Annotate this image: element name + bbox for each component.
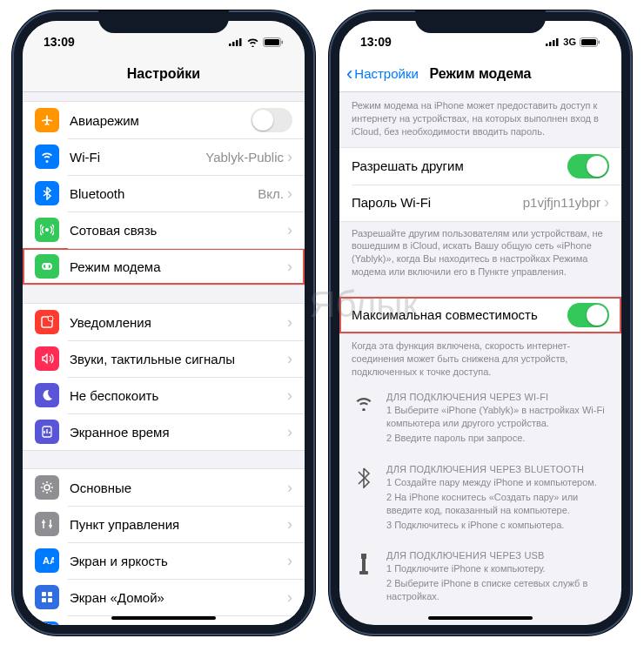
status-time: 13:09 (44, 35, 75, 49)
row-wifi[interactable]: Wi-Fi Yablyk-Public › (23, 138, 305, 175)
instr-step: 1 Выберите «iPhone (Yablyk)» в настройка… (386, 404, 609, 430)
svg-rect-3 (239, 38, 242, 46)
svg-point-9 (46, 264, 51, 269)
row-airplane[interactable]: Авиарежим (23, 102, 305, 138)
svg-point-7 (45, 228, 49, 232)
instr-title: ДЛЯ ПОДКЛЮЧЕНИЯ ЧЕРЕЗ WI-FI (386, 392, 609, 402)
instr-step: 3 Подключитесь к iPhone с компьютера. (386, 519, 609, 532)
back-button[interactable]: ‹ Настройки (346, 63, 419, 85)
allow-footer: Разрешайте другим пользователям или устр… (339, 222, 621, 284)
signal-icon (546, 37, 560, 46)
status-network: 3G (563, 37, 576, 47)
back-label: Настройки (354, 66, 419, 81)
svg-rect-27 (549, 42, 552, 46)
group-connectivity: Авиарежим Wi-Fi Yablyk-Public › Bluetoot… (23, 101, 305, 286)
row-general[interactable]: Основные › (23, 469, 305, 506)
svg-rect-6 (282, 40, 284, 44)
notch (415, 10, 546, 33)
wifi-detail: Yablyk-Public (205, 150, 284, 165)
svg-rect-32 (599, 40, 600, 44)
svg-rect-2 (236, 40, 238, 46)
svg-rect-15 (42, 592, 46, 596)
svg-point-11 (48, 316, 53, 321)
instr-title: ДЛЯ ПОДКЛЮЧЕНИЯ ЧЕРЕЗ BLUETOOTH (386, 464, 609, 474)
group-max-compat: Максимальная совместимость (339, 296, 621, 334)
intro-text: Режим модема на iPhone может предоставит… (339, 92, 621, 144)
row-hotspot[interactable]: Режим модема › (23, 248, 305, 285)
chevron-right-icon: › (287, 625, 292, 626)
svg-rect-5 (265, 39, 279, 45)
row-homescreen[interactable]: Экран «Домой» › (23, 579, 305, 615)
row-wifi-password[interactable]: Пароль Wi-Fi p1vjfjn11ybpr › (339, 185, 621, 221)
dnd-icon (35, 383, 59, 407)
phone-frame-right: 13:09 3G ‹ Настройки Режим модема Режим … (329, 10, 632, 635)
label: Уведомления (70, 315, 287, 330)
label: Пункт управления (70, 517, 287, 532)
instr-step: 1 Создайте пару между iPhone и компьютер… (386, 476, 609, 489)
row-dnd[interactable]: Не беспокоить › (23, 377, 305, 413)
chevron-right-icon: › (287, 350, 292, 368)
screen-left: 13:09 Настройки Авиарежим Wi-Fi Yab (23, 21, 305, 625)
chevron-right-icon: › (287, 148, 292, 166)
instr-title: ДЛЯ ПОДКЛЮЧЕНИЯ ЧЕРЕЗ USB (386, 550, 609, 561)
airplane-toggle[interactable] (251, 108, 292, 132)
usb-icon (352, 550, 376, 605)
svg-rect-28 (553, 40, 555, 46)
svg-rect-0 (229, 44, 231, 46)
max-compat-toggle[interactable] (567, 303, 609, 327)
svg-rect-1 (232, 42, 235, 46)
row-cellular[interactable]: Сотовая связь › (23, 212, 305, 248)
row-bluetooth[interactable]: Bluetooth Вкл. › (23, 175, 305, 212)
group-notify: Уведомления › Звуки, тактильные сигналы … (23, 303, 305, 451)
chevron-right-icon: › (287, 313, 292, 332)
label: Режим модема (70, 259, 287, 274)
label: Сотовая связь (70, 223, 287, 238)
row-screentime[interactable]: Экранное время › (23, 413, 305, 450)
chevron-right-icon: › (287, 386, 292, 405)
row-notifications[interactable]: Уведомления › (23, 304, 305, 340)
label: Основные (70, 480, 287, 495)
row-controlcenter[interactable]: Пункт управления › (23, 506, 305, 542)
chevron-right-icon: › (287, 479, 292, 497)
label: Пароль Wi-Fi (352, 195, 523, 210)
svg-text:AA: AA (43, 555, 54, 566)
row-display[interactable]: AA Экран и яркость › (23, 542, 305, 579)
wifi-password-value: p1vjfjn11ybpr (523, 195, 600, 210)
instr-step: 2 На iPhone коснитесь «Создать пару» или… (386, 491, 609, 517)
home-indicator[interactable] (428, 616, 533, 620)
controlcenter-icon (35, 512, 59, 536)
svg-rect-35 (359, 571, 368, 574)
allow-others-toggle[interactable] (567, 154, 609, 178)
instructions-bluetooth: ДЛЯ ПОДКЛЮЧЕНИЯ ЧЕРЕЗ BLUETOOTH 1 Создай… (339, 455, 621, 541)
chevron-right-icon: › (287, 185, 292, 203)
chevron-left-icon: ‹ (346, 63, 352, 85)
max-compat-footer: Когда эта функция включена, скорость инт… (339, 334, 621, 384)
wifi-icon (246, 37, 259, 47)
row-sounds[interactable]: Звуки, тактильные сигналы › (23, 340, 305, 377)
chevron-right-icon: › (287, 221, 292, 239)
label: Не беспокоить (70, 388, 287, 403)
row-max-compat[interactable]: Максимальная совместимость (339, 297, 621, 333)
notch (98, 10, 229, 33)
instr-step: 1 Подключите iPhone к компьютеру. (386, 562, 609, 575)
battery-icon (580, 37, 600, 47)
instr-step: 2 Выберите iPhone в списке сетевых служб… (386, 577, 609, 603)
wifi-icon (352, 392, 376, 447)
chevron-right-icon: › (287, 552, 292, 570)
settings-scroll[interactable]: Авиарежим Wi-Fi Yablyk-Public › Bluetoot… (23, 92, 305, 625)
label: Экранное время (70, 425, 287, 440)
label: Звуки, тактильные сигналы (70, 352, 287, 366)
wifi-settings-icon (35, 144, 59, 169)
hotspot-scroll[interactable]: Режим модема на iPhone может предоставит… (339, 92, 621, 625)
row-allow-others[interactable]: Разрешать другим (339, 148, 621, 185)
group-general: Основные › Пункт управления › AA Экран и… (23, 468, 305, 625)
svg-rect-33 (361, 554, 366, 559)
home-indicator[interactable] (111, 616, 216, 620)
instr-step: 2 Введите пароль при запросе. (386, 432, 609, 445)
svg-rect-31 (581, 39, 596, 45)
phone-frame-left: 13:09 Настройки Авиарежим Wi-Fi Yab (12, 10, 315, 635)
screen-right: 13:09 3G ‹ Настройки Режим модема Режим … (339, 21, 621, 625)
svg-rect-16 (48, 592, 52, 596)
group-allow: Разрешать другим Пароль Wi-Fi p1vjfjn11y… (339, 147, 621, 222)
chevron-right-icon: › (287, 515, 292, 534)
